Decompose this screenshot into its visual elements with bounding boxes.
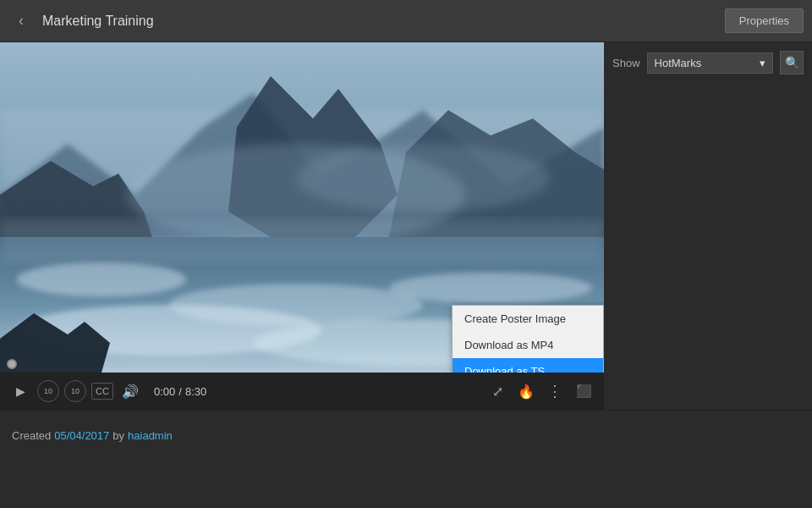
volume-icon: 🔊 [122, 384, 139, 400]
play-button[interactable]: ▶ [8, 379, 32, 403]
cc-button[interactable]: CC [91, 383, 113, 400]
fit-screen-button[interactable]: ⤢ [486, 379, 509, 403]
playhead-indicator [7, 356, 17, 373]
svg-point-7 [296, 144, 550, 212]
header: ‹ Marketing Training Properties [0, 0, 812, 42]
time-display: 0:00 / 8:30 [154, 385, 206, 398]
hotmarks-label: HotMarks [655, 57, 702, 69]
context-menu: Create Poster Image Download as MP4 Down… [452, 305, 604, 373]
svg-rect-16 [0, 220, 604, 262]
context-menu-item-download-ts[interactable]: Download as TS [453, 358, 603, 373]
video-section: Create Poster Image Download as MP4 Down… [0, 42, 604, 410]
export-icon: ⬛ [576, 384, 592, 399]
by-label: by [112, 429, 124, 442]
show-label: Show [612, 57, 640, 69]
properties-button[interactable]: Properties [725, 8, 804, 33]
video-controls-bar: ▶ 10 10 CC 🔊 [0, 373, 604, 410]
fit-screen-icon: ⤢ [492, 384, 503, 400]
controls-row: ▶ 10 10 CC 🔊 [8, 379, 595, 403]
video-player[interactable]: Create Poster Image Download as MP4 Down… [0, 42, 604, 373]
dropdown-arrow-icon: ▾ [760, 57, 765, 69]
back-icon: ‹ [19, 12, 24, 30]
search-button[interactable]: 🔍 [780, 51, 804, 75]
hotmarks-fire-button[interactable]: 🔥 [514, 379, 538, 403]
back-button[interactable]: ‹ [8, 8, 34, 34]
forward-icon: 10 [71, 387, 80, 395]
hotmarks-dropdown[interactable]: HotMarks ▾ [647, 52, 773, 74]
created-label: Created [12, 429, 51, 442]
time-total: 8:30 [185, 385, 206, 398]
main-content: Create Poster Image Download as MP4 Down… [0, 42, 812, 410]
show-row: Show HotMarks ▾ 🔍 [612, 51, 804, 75]
fire-icon: 🔥 [518, 384, 535, 400]
export-button[interactable]: ⬛ [572, 379, 595, 403]
rewind-button[interactable]: 10 [37, 380, 59, 402]
rewind-icon: 10 [44, 387, 52, 395]
footer-bar: Created 05/04/2017 by haiadmin [0, 410, 812, 461]
svg-point-9 [17, 262, 186, 296]
created-date: 05/04/2017 [54, 429, 109, 442]
page-title: Marketing Training [42, 14, 725, 29]
cc-label: CC [96, 386, 109, 396]
context-menu-item-create-poster[interactable]: Create Poster Image [453, 306, 603, 332]
volume-button[interactable]: 🔊 [118, 379, 142, 403]
created-user: haiadmin [128, 429, 173, 442]
playhead-dot [7, 359, 17, 369]
search-icon: 🔍 [785, 56, 799, 69]
context-menu-item-download-mp4[interactable]: Download as MP4 [453, 332, 603, 358]
svg-point-11 [389, 273, 592, 303]
time-current: 0:00 [154, 385, 175, 398]
more-dots-icon: ⋮ [547, 382, 562, 400]
forward-button[interactable]: 10 [64, 380, 86, 402]
more-options-button[interactable]: ⋮ [543, 379, 567, 403]
play-icon: ▶ [16, 384, 25, 398]
time-separator: / [178, 385, 182, 398]
sidebar: Show HotMarks ▾ 🔍 [604, 42, 812, 410]
